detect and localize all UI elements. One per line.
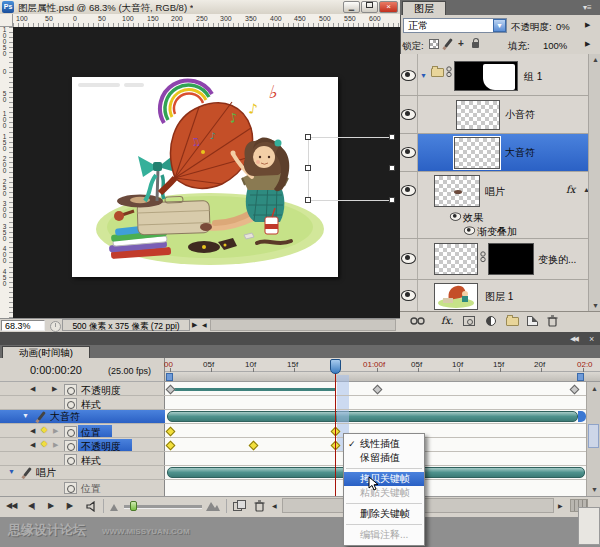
playhead-current-time-indicator[interactable] (330, 359, 341, 374)
next-keyframe-arrow[interactable]: ▶ (53, 427, 58, 435)
lock-all-icon[interactable] (472, 42, 479, 48)
blend-mode-select[interactable]: 正常 (403, 18, 507, 33)
transform-handle-top-left[interactable] (305, 134, 311, 140)
track-row[interactable]: 唱片 (36, 466, 56, 480)
prev-keyframe-arrow[interactable]: ◀ (30, 427, 35, 435)
first-frame-button[interactable]: ◀◀ (6, 500, 16, 512)
keyframe-navigator-diamond[interactable]: ◆ (41, 440, 47, 448)
layer-thumbnail[interactable] (434, 243, 478, 275)
layer-duration-bar[interactable] (167, 411, 578, 422)
opacity-value[interactable]: 0% (556, 21, 570, 32)
zoom-in-icon[interactable] (206, 499, 220, 511)
opacity-arrow[interactable]: ▶ (585, 21, 590, 29)
work-area-start-bracket[interactable] (166, 373, 173, 381)
next-frame-button[interactable]: |▶ (66, 500, 72, 512)
panel-menu-icon[interactable]: ▾≡ (583, 3, 592, 12)
lock-move-icon[interactable]: + (458, 39, 464, 49)
status-options-arrow[interactable]: ▶ (192, 321, 197, 329)
effects-row[interactable]: 效果 (463, 211, 483, 225)
h-scroll-left-arrow[interactable]: ◀ (272, 500, 276, 512)
layer-mask-thumbnail[interactable] (488, 243, 534, 275)
scroll-down-icon[interactable]: ▼ (591, 486, 598, 493)
play-button[interactable]: ▶ (48, 500, 54, 512)
current-time-display[interactable]: 0:00:00:20 (30, 364, 82, 376)
vertical-ruler[interactable]: 100 50 0 50 100 150 200 250 300 350 400 … (0, 27, 14, 318)
menu-item-copy-keyframe[interactable]: 拷贝关键帧 (344, 472, 424, 486)
layer-row[interactable]: 组 1 (524, 70, 542, 84)
menu-item-linear-interpolation[interactable]: ✓线性插值 (344, 437, 424, 451)
group-expand-triangle[interactable]: ▼ (420, 72, 427, 79)
scroll-up-icon[interactable]: ▲ (591, 385, 598, 392)
track-row[interactable]: 不透明度 (81, 440, 121, 454)
group-mask-thumbnail[interactable] (454, 61, 518, 91)
audio-toggle-icon[interactable] (86, 501, 98, 512)
transform-handle-bottom-left[interactable] (305, 197, 311, 203)
zoom-out-icon[interactable] (110, 502, 120, 511)
fill-value[interactable]: 100% (543, 40, 567, 51)
timeline-scrollbar[interactable]: ▲ ▼ (586, 382, 600, 496)
zoom-slider-knob[interactable] (130, 501, 137, 511)
visibility-eye-icon[interactable] (401, 70, 416, 81)
canvas[interactable]: ♫ ♪ ♭ ♪ ♪ (72, 77, 338, 277)
transform-handle-bottom-right[interactable] (389, 197, 395, 203)
transform-box-bottom-edge[interactable] (308, 200, 392, 201)
minimize-button[interactable]: ▁ (343, 1, 360, 13)
link-layers-icon[interactable] (410, 317, 426, 325)
delete-layer-trash-icon[interactable] (547, 315, 558, 327)
h-scroll-right-arrow[interactable]: ▶ (558, 500, 562, 512)
close-button[interactable]: × (379, 1, 398, 13)
layer-row[interactable]: 唱片 (485, 185, 505, 199)
layers-scrollbar[interactable]: ▲ ▼ (588, 54, 600, 311)
layer-style-fx-button[interactable]: fx. (441, 315, 454, 326)
track-expand-triangle[interactable]: ▼ (22, 412, 29, 419)
new-layer-button[interactable] (527, 316, 538, 326)
transform-handle-mid-left[interactable] (305, 165, 311, 171)
scroll-up-icon[interactable]: ▲ (592, 56, 599, 63)
h-scroll-left-arrow[interactable]: ◀ (202, 321, 207, 328)
work-area-bar[interactable] (165, 372, 600, 382)
onion-skin-icon[interactable] (233, 500, 246, 511)
track-expand-triangle[interactable]: ▼ (8, 468, 15, 475)
visibility-eye-icon[interactable] (401, 185, 416, 196)
chevron-down-icon[interactable]: ▼ (493, 19, 506, 32)
visibility-eye-icon[interactable] (464, 226, 475, 234)
zoom-level-field[interactable]: 68.3% (1, 320, 45, 331)
track-row[interactable]: 位置 (81, 426, 101, 440)
prev-frame-button[interactable]: ◀| (28, 500, 34, 512)
layer-thumbnail[interactable] (434, 283, 478, 310)
visibility-eye-icon[interactable] (401, 147, 416, 158)
layer-row[interactable]: 小音符 (505, 108, 535, 122)
track-row[interactable]: 大音符 (50, 410, 80, 424)
prev-keyframe-arrow[interactable]: ◀ (30, 441, 35, 449)
document-title-bar[interactable]: Ps 图层属性.psd @ 68.3% (大音符, RGB/8) * ▁ × (0, 0, 400, 15)
add-layer-mask-button[interactable] (463, 316, 475, 326)
stopwatch-icon[interactable] (64, 482, 77, 494)
transform-box-top-edge[interactable] (308, 137, 392, 138)
visibility-eye-icon[interactable] (450, 212, 461, 220)
keyframe-navigator-diamond[interactable]: ◆ (41, 426, 47, 434)
layer-row[interactable]: 图层 1 (485, 290, 513, 304)
effect-gradient-overlay-row[interactable]: 渐变叠加 (477, 225, 517, 239)
lock-transparency-icon[interactable] (429, 39, 439, 49)
visibility-eye-icon[interactable] (401, 253, 416, 264)
layer-row[interactable]: 大音符 (505, 146, 535, 160)
work-area-end-bracket[interactable] (577, 373, 584, 381)
next-keyframe-arrow[interactable]: ▶ (52, 385, 57, 393)
layer-thumbnail[interactable] (454, 137, 500, 169)
transform-handle-mid-right[interactable] (389, 165, 395, 171)
next-keyframe-arrow[interactable]: ▶ (53, 441, 58, 449)
fx-badge[interactable]: fx (566, 184, 575, 195)
collapse-panel-icon[interactable]: ◀◀ (570, 335, 577, 343)
close-panel-icon[interactable]: × (589, 334, 594, 344)
prev-keyframe-arrow[interactable]: ◀ (30, 385, 35, 393)
tab-animation-timeline[interactable]: 动画(时间轴) (2, 346, 90, 358)
new-group-button[interactable] (506, 317, 519, 326)
visibility-eye-icon[interactable] (401, 109, 416, 120)
scrollbar-thumb[interactable] (588, 424, 599, 448)
layer-row[interactable]: 变换的... (538, 253, 576, 267)
menu-item-delete-keyframe[interactable]: 删除关键帧 (344, 507, 424, 521)
transform-handle-top-right[interactable] (389, 134, 395, 140)
document-h-scrollbar[interactable] (210, 319, 396, 331)
scroll-down-icon[interactable]: ▼ (592, 302, 599, 309)
track-row[interactable]: 位置 (81, 482, 101, 496)
